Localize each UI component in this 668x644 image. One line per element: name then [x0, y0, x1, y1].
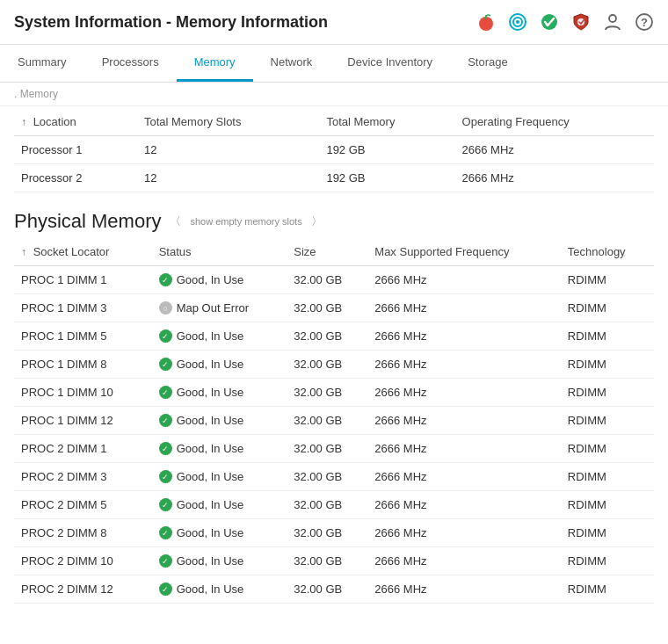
good-status-icon: ✓	[159, 414, 172, 427]
page-title: System Information - Memory Information	[14, 13, 328, 32]
status-cell: ✓ Good, In Use	[159, 442, 280, 455]
show-empty-button[interactable]: show empty memory slots	[190, 216, 301, 227]
cell-total-slots: 12	[137, 136, 319, 164]
help-icon[interactable]: ?	[635, 12, 654, 32]
cell-status: ✓ Good, In Use	[152, 322, 287, 351]
status-cell: ✓ Good, In Use	[159, 386, 280, 399]
shield-icon[interactable]	[571, 12, 591, 32]
cell-status: ✓ Good, In Use	[152, 547, 287, 575]
status-text: Good, In Use	[177, 526, 244, 539]
cell-tech: RDIMM	[561, 351, 654, 379]
table-row: Processor 1 12 192 GB 2666 MHz	[14, 136, 654, 164]
cell-location: Processor 1	[14, 136, 137, 164]
cell-op-freq: 2666 MHz	[455, 164, 654, 192]
cell-socket: PROC 1 DIMM 12	[14, 407, 152, 435]
good-status-icon: ✓	[159, 358, 172, 371]
cell-tech: RDIMM	[561, 575, 654, 604]
cell-max-freq: 2666 MHz	[367, 491, 561, 519]
cell-status: ✓ Good, In Use	[152, 463, 287, 491]
tab-memory[interactable]: Memory	[177, 45, 253, 82]
tab-processors[interactable]: Processors	[84, 45, 177, 82]
table-row: PROC 2 DIMM 3 ✓ Good, In Use 32.00 GB 26…	[14, 463, 654, 491]
cell-tech: RDIMM	[561, 379, 654, 407]
cell-status: ✓ Good, In Use	[152, 491, 287, 519]
physical-memory-table: ↑ Socket Locator Status Size Max Support…	[14, 236, 654, 604]
table-row: PROC 2 DIMM 5 ✓ Good, In Use 32.00 GB 26…	[14, 491, 654, 519]
cell-max-freq: 2666 MHz	[367, 547, 561, 575]
good-status-icon: ✓	[159, 470, 172, 483]
table-row: PROC 2 DIMM 10 ✓ Good, In Use 32.00 GB 2…	[14, 547, 654, 575]
status-text: Good, In Use	[177, 386, 244, 399]
cell-size: 32.00 GB	[287, 379, 367, 407]
svg-point-4	[516, 20, 519, 24]
cell-size: 32.00 GB	[287, 407, 367, 435]
status-cell: ✓ Good, In Use	[159, 329, 280, 343]
status-cell: ✓ Good, In Use	[159, 470, 280, 483]
table-row: PROC 1 DIMM 5 ✓ Good, In Use 32.00 GB 26…	[14, 322, 654, 351]
status-cell: ✓ Good, In Use	[159, 273, 280, 286]
table-row: PROC 1 DIMM 8 ✓ Good, In Use 32.00 GB 26…	[14, 351, 654, 379]
breadcrumb-text: . Memory	[14, 88, 58, 100]
cell-size: 32.00 GB	[287, 463, 367, 491]
status-text: Good, In Use	[177, 414, 244, 427]
cell-tech: RDIMM	[561, 266, 654, 294]
cell-socket: PROC 1 DIMM 10	[14, 379, 152, 407]
cell-size: 32.00 GB	[287, 294, 367, 322]
show-empty-bracket-left: 〈	[170, 213, 181, 229]
cell-max-freq: 2666 MHz	[367, 266, 561, 294]
check-circle-icon[interactable]	[540, 12, 559, 32]
col-socket[interactable]: ↑ Socket Locator	[14, 236, 152, 266]
cell-tech: RDIMM	[561, 294, 654, 322]
main-content: ↑ Location Total Memory Slots Total Memo…	[0, 106, 668, 618]
tomato-icon[interactable]	[476, 12, 496, 32]
cell-tech: RDIMM	[561, 491, 654, 519]
cell-socket: PROC 1 DIMM 5	[14, 322, 152, 351]
tab-summary[interactable]: Summary	[0, 45, 84, 82]
tab-storage[interactable]: Storage	[450, 45, 526, 82]
header-icons: ?	[476, 12, 654, 32]
cell-status: ○ Map Out Error	[152, 294, 287, 322]
tab-device-inventory[interactable]: Device Inventory	[330, 45, 450, 82]
table-row: PROC 2 DIMM 12 ✓ Good, In Use 32.00 GB 2…	[14, 575, 654, 604]
cell-size: 32.00 GB	[287, 519, 367, 547]
good-status-icon: ✓	[159, 582, 172, 596]
cell-size: 32.00 GB	[287, 547, 367, 575]
cell-size: 32.00 GB	[287, 266, 367, 294]
physical-memory-title: Physical Memory 〈 show empty memory slot…	[14, 210, 654, 233]
cell-total-memory: 192 GB	[319, 136, 454, 164]
cell-max-freq: 2666 MHz	[367, 351, 561, 379]
cell-socket: PROC 2 DIMM 12	[14, 575, 152, 604]
status-text: Good, In Use	[177, 554, 244, 568]
mapout-status-icon: ○	[159, 301, 172, 315]
target-icon[interactable]	[508, 12, 527, 32]
cell-status: ✓ Good, In Use	[152, 435, 287, 463]
cell-size: 32.00 GB	[287, 351, 367, 379]
good-status-icon: ✓	[159, 526, 172, 539]
cell-socket: PROC 2 DIMM 3	[14, 463, 152, 491]
table-row: PROC 1 DIMM 3 ○ Map Out Error 32.00 GB 2…	[14, 294, 654, 322]
cell-tech: RDIMM	[561, 322, 654, 351]
memory-summary-table: ↑ Location Total Memory Slots Total Memo…	[14, 106, 654, 192]
status-text: Good, In Use	[177, 329, 244, 343]
col-location[interactable]: ↑ Location	[14, 106, 137, 136]
cell-socket: PROC 2 DIMM 1	[14, 435, 152, 463]
table-row: Processor 2 12 192 GB 2666 MHz	[14, 164, 654, 192]
cell-location: Processor 2	[14, 164, 137, 192]
cell-max-freq: 2666 MHz	[367, 407, 561, 435]
status-cell: ✓ Good, In Use	[159, 498, 280, 511]
good-status-icon: ✓	[159, 273, 172, 286]
table-row: PROC 2 DIMM 1 ✓ Good, In Use 32.00 GB 26…	[14, 435, 654, 463]
cell-max-freq: 2666 MHz	[367, 575, 561, 604]
cell-socket: PROC 1 DIMM 3	[14, 294, 152, 322]
cell-tech: RDIMM	[561, 435, 654, 463]
cell-size: 32.00 GB	[287, 575, 367, 604]
person-icon[interactable]	[603, 12, 622, 32]
col-total-slots: Total Memory Slots	[137, 106, 319, 136]
cell-status: ✓ Good, In Use	[152, 575, 287, 604]
sort-icon-location: ↑	[21, 116, 26, 128]
cell-size: 32.00 GB	[287, 491, 367, 519]
cell-tech: RDIMM	[561, 407, 654, 435]
cell-max-freq: 2666 MHz	[367, 294, 561, 322]
sort-icon-socket: ↑	[21, 246, 26, 258]
tab-network[interactable]: Network	[253, 45, 330, 82]
